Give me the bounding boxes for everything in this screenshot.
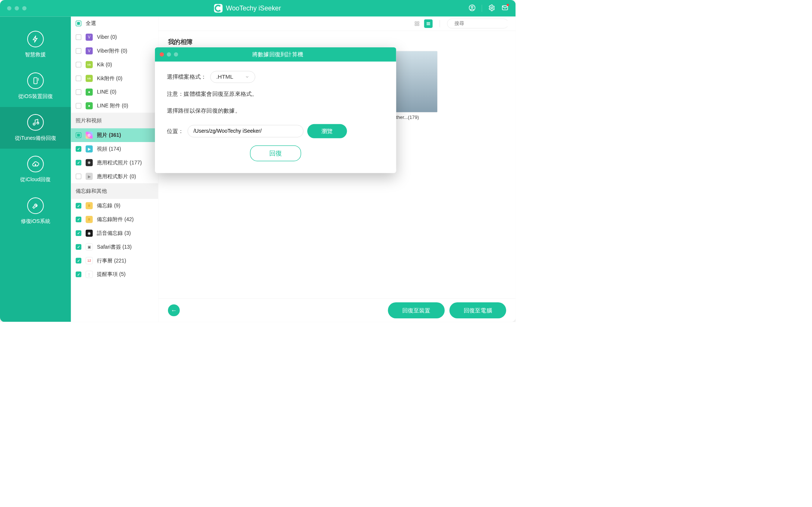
nav-label: 智慧救援: [25, 51, 46, 58]
checkbox[interactable]: [76, 89, 81, 95]
format-select[interactable]: .HTML: [210, 71, 256, 83]
item-label: Kik附件 (0): [97, 75, 122, 82]
list-item[interactable]: ◉ 語音備忘錄 (3): [71, 226, 158, 240]
close-icon[interactable]: [160, 52, 164, 56]
minimize-icon[interactable]: [167, 52, 171, 56]
viber-icon: V: [86, 47, 93, 54]
list-item[interactable]: ● LINE 附件 (0): [71, 99, 158, 113]
path-input[interactable]: [188, 125, 304, 137]
maximize-icon[interactable]: [174, 52, 178, 56]
checkbox[interactable]: [76, 48, 81, 54]
app-logo-icon: [214, 4, 223, 13]
item-label: 行事曆 (221): [97, 257, 126, 264]
list-item[interactable]: ≡ 備忘錄附件 (42): [71, 212, 158, 226]
list-item-photos[interactable]: ✿ 照片 (361): [71, 128, 158, 142]
list-item[interactable]: ● LINE (0): [71, 85, 158, 99]
restore-to-pc-button[interactable]: 回復至電腦: [450, 302, 506, 318]
nav-smart-rescue[interactable]: 智慧救援: [0, 24, 71, 66]
item-label: 應用程式影片 (0): [97, 173, 136, 180]
item-label: 視頻 (174): [97, 145, 121, 152]
checkbox[interactable]: [76, 203, 81, 208]
cloud-icon: [27, 156, 44, 172]
item-label: 應用程式照片 (177): [97, 159, 142, 166]
checkbox[interactable]: [76, 103, 81, 108]
chevron-down-icon: [245, 75, 249, 79]
divider: [440, 20, 440, 27]
notification-dot: [507, 4, 509, 6]
voice-memo-icon: ◉: [86, 230, 93, 237]
view-toggle: [413, 19, 432, 28]
nav-icloud[interactable]: 從iCloud回復: [0, 149, 71, 190]
checkbox[interactable]: [76, 258, 81, 264]
nav-ios-device[interactable]: 從iOS裝置回復: [0, 65, 71, 107]
viber-icon: V: [86, 34, 93, 41]
checkbox[interactable]: [76, 146, 81, 152]
recover-button[interactable]: 回復: [250, 145, 301, 161]
select-all-row[interactable]: 全選: [71, 16, 158, 30]
grid-view-button[interactable]: [413, 19, 421, 28]
app-video-icon: ▶: [86, 173, 93, 180]
svg-rect-9: [415, 24, 416, 25]
app-title: WooTechy iSeeker: [226, 4, 281, 12]
settings-icon[interactable]: [488, 4, 495, 12]
list-item[interactable]: ▶ 應用程式影片 (0): [71, 170, 158, 183]
line-icon: ●: [86, 88, 93, 95]
list-item[interactable]: ⋮ 提醒事項 (5): [71, 268, 158, 281]
list-item[interactable]: kik Kik附件 (0): [71, 72, 158, 85]
modal-window-controls[interactable]: [160, 52, 178, 56]
notes-icon: ≡: [86, 202, 93, 209]
nav-itunes-backup[interactable]: 從iTunes備份回復: [0, 107, 71, 149]
list-view-button[interactable]: [424, 19, 433, 28]
kik-icon: kik: [86, 75, 93, 82]
list-item[interactable]: V Viber (0): [71, 30, 158, 44]
item-label: 備忘錄 (9): [97, 202, 120, 209]
item-label: 提醒事項 (5): [97, 271, 126, 278]
format-note: 注意：媒體檔案會回復至原來格式。: [167, 90, 384, 97]
list-item[interactable]: kik Kik (0): [71, 58, 158, 72]
checkbox[interactable]: [76, 34, 81, 40]
list-item[interactable]: ▣ Safari書簽 (13): [71, 240, 158, 254]
checkbox[interactable]: [76, 244, 81, 250]
checkbox-partial[interactable]: [76, 21, 81, 26]
list-item[interactable]: ▶ 視頻 (174): [71, 142, 158, 156]
format-value: .HTML: [216, 73, 233, 80]
svg-point-1: [471, 6, 473, 8]
maximize-icon[interactable]: [22, 6, 26, 10]
nav-repair-ios[interactable]: 修復iOS系統: [0, 190, 71, 232]
list-item[interactable]: ❋ 應用程式照片 (177): [71, 156, 158, 170]
nav-label: 從iCloud回復: [20, 176, 51, 183]
restore-to-device-button[interactable]: 回復至裝置: [388, 302, 444, 318]
list-item[interactable]: 12 行事曆 (221): [71, 254, 158, 268]
list-item[interactable]: ≡ 備忘錄 (9): [71, 199, 158, 212]
music-icon: [27, 114, 44, 130]
line-icon: ●: [86, 102, 93, 109]
browse-button[interactable]: 瀏覽: [307, 124, 347, 138]
account-icon[interactable]: [469, 4, 476, 12]
checkbox[interactable]: [76, 76, 81, 81]
select-all-label: 全選: [86, 20, 96, 27]
app-photo-icon: ❋: [86, 159, 93, 166]
minimize-icon[interactable]: [15, 6, 19, 10]
checkbox[interactable]: [76, 217, 81, 222]
checkbox[interactable]: [76, 160, 81, 166]
search-input[interactable]: [454, 21, 514, 26]
nav-label: 從iTunes備份回復: [15, 135, 56, 142]
checkbox[interactable]: [76, 271, 81, 277]
back-button[interactable]: ←: [168, 304, 180, 316]
section-memo-header: 備忘錄和其他: [71, 183, 158, 199]
item-label: Safari書簽 (13): [97, 243, 131, 251]
checkbox[interactable]: [76, 230, 81, 236]
checkbox[interactable]: [76, 62, 81, 67]
list-item[interactable]: V Viber附件 (0): [71, 44, 158, 58]
close-icon[interactable]: [7, 6, 11, 10]
svg-rect-10: [418, 24, 419, 25]
mail-icon[interactable]: [501, 4, 508, 12]
search-box[interactable]: [447, 19, 508, 28]
checkbox[interactable]: [76, 173, 81, 179]
kik-icon: kik: [86, 61, 93, 68]
window-controls[interactable]: [7, 6, 26, 10]
modal-header: 將數據回復到計算機: [155, 47, 396, 62]
lightning-icon: [27, 31, 44, 47]
checkbox-partial[interactable]: [76, 132, 81, 138]
item-label: 語音備忘錄 (3): [97, 230, 131, 237]
